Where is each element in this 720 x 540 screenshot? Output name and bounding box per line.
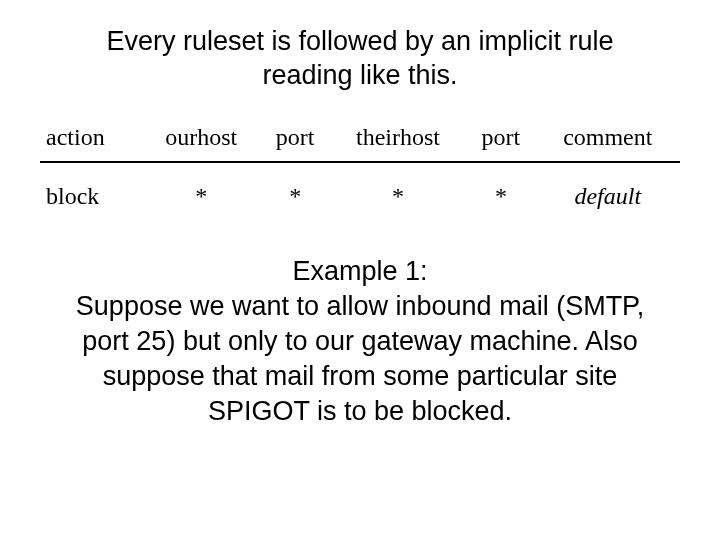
intro-text: Every ruleset is followed by an implicit… xyxy=(80,25,640,93)
cell-ourhost: * xyxy=(142,162,261,214)
intro-line-1: Every ruleset is followed by an implicit… xyxy=(106,26,613,56)
col-comment: comment xyxy=(536,118,680,162)
cell-port2: * xyxy=(466,162,535,214)
col-ourhost: ourhost xyxy=(142,118,261,162)
cell-comment: default xyxy=(536,162,680,214)
col-port1: port xyxy=(261,118,330,162)
col-action: action xyxy=(40,118,142,162)
col-port2: port xyxy=(466,118,535,162)
example-title: Example 1: xyxy=(292,256,427,286)
example-body: Suppose we want to allow inbound mail (S… xyxy=(76,291,644,426)
cell-action: block xyxy=(40,162,142,214)
col-theirhost: theirhost xyxy=(330,118,467,162)
table-row: block * * * * default xyxy=(40,162,680,214)
intro-line-2: reading like this. xyxy=(262,60,457,90)
rule-table: action ourhost port theirhost port comme… xyxy=(40,118,680,214)
cell-theirhost: * xyxy=(330,162,467,214)
example-text: Example 1: Suppose we want to allow inbo… xyxy=(70,254,650,429)
table-header-row: action ourhost port theirhost port comme… xyxy=(40,118,680,162)
cell-port1: * xyxy=(261,162,330,214)
